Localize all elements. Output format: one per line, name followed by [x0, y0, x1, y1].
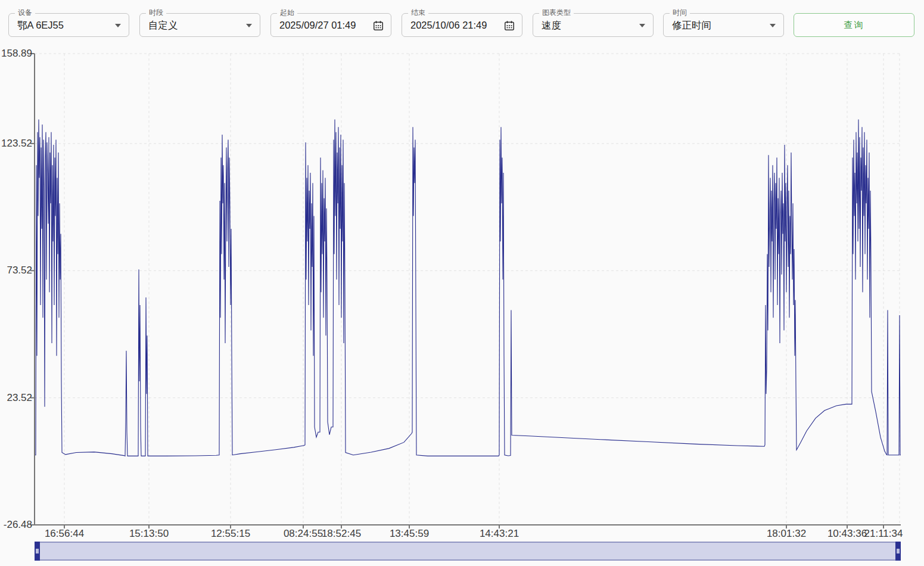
chevron-down-icon: [770, 24, 776, 27]
time-mode-select[interactable]: 时间 修正时间: [663, 13, 784, 37]
speed-line-chart-canvas[interactable]: [35, 54, 901, 525]
query-toolbar: 设备 鄂A 6EJ55 时段 自定义 起始 2025/09/27 01:49: [0, 0, 924, 48]
end-datetime-value: 2025/10/06 21:49: [410, 14, 487, 36]
device-select[interactable]: 设备 鄂A 6EJ55: [8, 13, 129, 37]
range-slider-left-handle[interactable]: [35, 542, 40, 561]
period-select-value: 自定义: [148, 14, 178, 36]
device-select-value: 鄂A 6EJ55: [17, 14, 64, 36]
x-axis-tick-label: 15:13:50: [122, 528, 176, 540]
query-button[interactable]: 查询: [794, 13, 914, 37]
chevron-down-icon: [639, 24, 645, 27]
x-axis-tick-label: 18:52:45: [315, 528, 368, 540]
handle-grip-icon: [36, 549, 39, 553]
end-datetime-field[interactable]: 结束 2025/10/06 21:49: [402, 13, 522, 37]
chart-type-value: 速度: [542, 14, 561, 36]
calendar-icon[interactable]: [503, 20, 515, 32]
start-datetime-field[interactable]: 起始 2025/09/27 01:49: [270, 13, 391, 37]
x-axis-tick-label: 14:43:21: [472, 528, 526, 540]
chart-type-select[interactable]: 图表类型 速度: [533, 13, 654, 37]
chevron-down-icon: [115, 24, 121, 27]
y-axis-tick-label: 123.52: [0, 138, 32, 150]
speed-chart-page: 设备 鄂A 6EJ55 时段 自定义 起始 2025/09/27 01:49: [0, 0, 924, 566]
x-axis-tick-label: 12:55:15: [204, 528, 257, 540]
chevron-down-icon: [246, 24, 252, 27]
start-datetime-value: 2025/09/27 01:49: [279, 14, 356, 36]
time-range-slider[interactable]: [35, 542, 901, 561]
x-axis-tick-label: 21:11:34: [857, 528, 910, 540]
x-axis-tick-label: 18:01:32: [760, 528, 813, 540]
period-select[interactable]: 时段 自定义: [139, 13, 260, 37]
x-axis-tick-label: 16:56:44: [38, 528, 91, 540]
y-axis-tick-label: 73.52: [0, 265, 32, 276]
time-mode-value: 修正时间: [672, 14, 711, 36]
range-slider-right-handle[interactable]: [895, 542, 901, 561]
y-axis-tick-label: -26.48: [0, 519, 32, 531]
handle-grip-icon: [897, 549, 900, 553]
y-axis-tick-label: 23.52: [0, 392, 32, 404]
calendar-icon[interactable]: [372, 20, 384, 32]
x-axis-tick-label: 13:45:59: [382, 528, 436, 540]
y-axis-tick-label: 158.89: [0, 48, 32, 60]
